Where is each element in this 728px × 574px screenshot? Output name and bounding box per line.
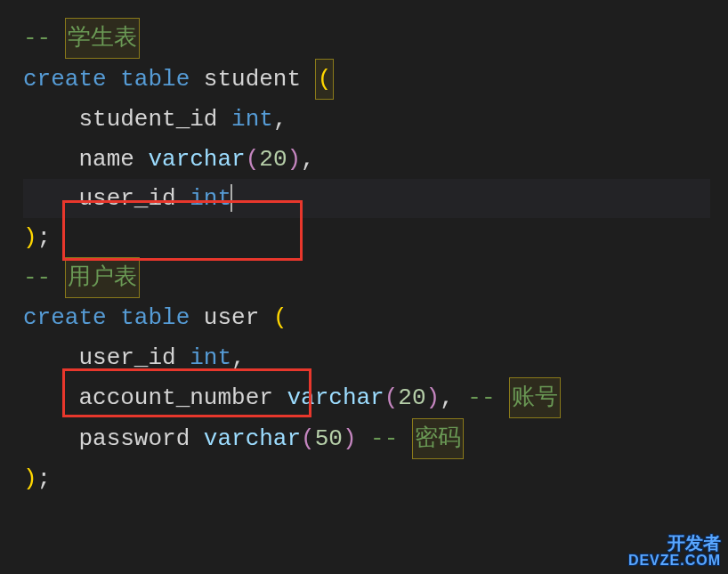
code-line-7[interactable]: -- 用户表	[23, 257, 710, 298]
code-line-10[interactable]: account_number varchar(20), -- 账号	[23, 377, 710, 418]
size-50: 50	[315, 425, 343, 452]
comma: ,	[231, 344, 246, 371]
comment-dashes: --	[454, 384, 509, 411]
comma: ,	[273, 106, 287, 133]
comment-text-hl: 密码	[412, 418, 464, 459]
paren-close: )	[23, 465, 37, 492]
comment-dashes: --	[23, 264, 65, 291]
paren-close: )	[23, 224, 37, 251]
kw-create: create	[23, 304, 107, 331]
paren-open: (	[246, 146, 260, 173]
comma: ,	[440, 384, 454, 411]
code-line-5[interactable]: user_id int	[23, 179, 710, 218]
watermark-line1: 开发者	[628, 533, 721, 553]
col-user-id: user_id	[78, 185, 175, 212]
col-password: password	[78, 425, 190, 452]
semicolon: ;	[37, 224, 52, 251]
code-line-1[interactable]: -- 学生表	[23, 18, 710, 59]
paren-open: (	[301, 425, 315, 452]
col-user-id: user_id	[78, 344, 175, 371]
comment-dashes: --	[357, 425, 412, 452]
table-name-student: student	[204, 66, 301, 93]
col-name: name	[78, 146, 133, 173]
code-line-3[interactable]: student_id int,	[23, 100, 710, 139]
paren-open: (	[273, 304, 287, 331]
comment-text-hl: 用户表	[65, 257, 140, 298]
paren-close: )	[343, 425, 357, 452]
code-line-11[interactable]: password varchar(50) -- 密码	[23, 418, 710, 459]
watermark: 开发者 DEVZE.COM	[628, 533, 721, 569]
paren-close: )	[426, 384, 441, 411]
comma: ,	[301, 146, 315, 173]
type-varchar: varchar	[148, 146, 245, 173]
size-20: 20	[398, 384, 425, 411]
comment-text-hl: 账号	[509, 377, 561, 418]
kw-create: create	[23, 66, 107, 93]
code-line-9[interactable]: user_id int,	[23, 338, 710, 377]
code-line-12[interactable]: );	[23, 459, 710, 498]
size-20: 20	[259, 146, 287, 173]
type-int: int	[190, 185, 231, 212]
type-int: int	[190, 344, 231, 371]
semicolon: ;	[37, 465, 52, 492]
watermark-line2: DEVZE.COM	[628, 553, 721, 569]
comment-text-hl: 学生表	[65, 18, 140, 59]
col-account-number: account_number	[78, 384, 272, 411]
paren-open: (	[384, 384, 399, 411]
type-int: int	[231, 106, 273, 133]
kw-table: table	[120, 304, 190, 331]
type-varchar: varchar	[287, 384, 384, 411]
code-editor[interactable]: -- 学生表 create table student ( student_id…	[23, 18, 710, 498]
comment-dashes: --	[23, 25, 65, 52]
kw-table: table	[120, 66, 190, 93]
paren-open-hl: (	[315, 59, 335, 100]
type-varchar: varchar	[204, 425, 301, 452]
code-line-4[interactable]: name varchar(20),	[23, 140, 710, 179]
table-name-user: user	[204, 304, 259, 331]
col-student-id: student_id	[78, 106, 217, 133]
code-line-8[interactable]: create table user (	[23, 298, 710, 337]
code-line-6[interactable]: );	[23, 218, 710, 257]
code-line-2[interactable]: create table student (	[23, 59, 710, 100]
text-cursor	[231, 184, 232, 212]
paren-close: )	[287, 146, 302, 173]
